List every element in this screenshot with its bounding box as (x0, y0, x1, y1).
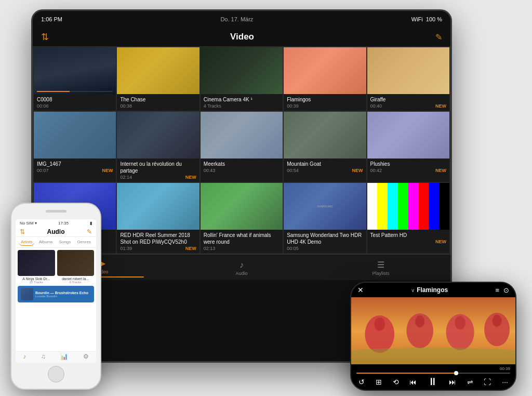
new-badge: NEW (435, 168, 446, 173)
iphonex-progress-track[interactable] (356, 373, 510, 374)
video-thumbnail-giraffe (367, 47, 449, 94)
iphonex-fullscreen-icon[interactable]: ⛶ (484, 378, 491, 386)
video-item-chase[interactable]: The Chase 00:38 (117, 47, 199, 111)
audio-tab-icon: ♪ (240, 260, 244, 270)
playlists-tab-icon: ☰ (377, 260, 384, 270)
iphone-albums-icon[interactable]: ♫ (41, 353, 46, 362)
video-item-internet[interactable]: Internet ou la révolution du partage 02:… (117, 112, 199, 182)
iphone-tab-artists[interactable]: Artists (19, 239, 34, 246)
playing-info: Bourdin — Brushstrokes Echo Lucette Bour… (35, 291, 91, 298)
statusbar-date: Do. 17. März (220, 16, 253, 22)
iphonex-loop-icon[interactable]: ⟲ (393, 378, 399, 386)
video-duration: 00:43 (204, 168, 216, 173)
video-info-img1467: IMG_1467 00:07 NEW (34, 159, 116, 175)
video-item-giraffe[interactable]: Giraffe 00:40 NEW (367, 47, 449, 111)
video-info-mtngoat: Mountain Goat 00:54 NEW (284, 159, 366, 175)
iphonex-topbar: ✕ ∨ Flamingos ≡ ⊙ (351, 283, 515, 297)
video-tracks: 4 Tracks (204, 103, 221, 109)
iphonex-prev-icon[interactable]: ⏮ (409, 378, 417, 386)
video-item-mtngoat[interactable]: Mountain Goat 00:54 NEW (284, 112, 366, 182)
iphone-time: 17:35 (58, 221, 69, 226)
iphonex-shuffle-icon[interactable]: ⇌ (467, 378, 473, 386)
video-info-meerkats: Meerkats 00:43 (201, 159, 283, 175)
iphonex-settings-icon[interactable]: ≡ (495, 286, 499, 294)
video-thumbnail-internet (117, 112, 199, 159)
video-item-meerkats[interactable]: Meerkats 00:43 (201, 112, 283, 182)
video-thumbnail-plushies (367, 112, 449, 159)
iphone-tab-songs[interactable]: Songs (57, 239, 73, 246)
artist-thumb-2 (57, 250, 95, 276)
video-info-redhdr: RED HDR Reel Summer 2018 Shot on RED PiW… (117, 230, 199, 253)
video-title: Internet ou la révolution du partage (120, 161, 196, 174)
video-thumbnail-img1467 (34, 112, 116, 159)
iphone-audio-tabs: Artists Albums Songs Genres (16, 237, 96, 248)
iphone-nav-title: Audio (47, 228, 65, 235)
iphonex-rewind-icon[interactable]: ↺ (358, 378, 365, 386)
video-item-rollin[interactable]: Rollin' France what if animals were roun… (201, 183, 283, 253)
video-item-plushies[interactable]: Plushies 00:42 NEW (367, 112, 449, 182)
wifi-icon: WiFi (411, 16, 423, 22)
iphonex-more-icon[interactable]: ··· (502, 378, 508, 386)
iphonex-airplay-icon[interactable]: ⊙ (503, 286, 509, 294)
iphonex-chevron-icon: ∨ (411, 287, 415, 293)
video-title: Samsung Wonderland Two HDR UHD 4K Demo (287, 232, 363, 245)
tab-playlists[interactable]: ☰ Playlists (311, 260, 450, 276)
iphone-carrier: No SIM ▾ (20, 221, 37, 226)
now-playing[interactable]: Bourdin — Brushstrokes Echo Lucette Bour… (18, 286, 94, 302)
svg-point-2 (374, 318, 385, 331)
iphonex-screen: ✕ ∨ Flamingos ≡ ⊙ (351, 283, 515, 390)
video-duration: 00:39 (287, 103, 299, 109)
iphonex-duration: 00:39 (356, 366, 510, 371)
playing-artist: Lucette Bourdin (35, 295, 91, 298)
iphone-tab-genres[interactable]: Genres (75, 239, 93, 246)
video-duration: 00:07 (37, 168, 49, 173)
flamingo-scene (351, 297, 515, 364)
video-item-img1467[interactable]: IMG_1467 00:07 NEW (34, 112, 116, 182)
iphone-home-button[interactable] (48, 366, 64, 382)
iphonex-bottombar: 00:39 ↺ ⊞ ⟲ ⏮ ⏸ ⏭ ⇌ ⛶ ··· (351, 364, 515, 390)
iphone-tab-albums[interactable]: Albums (37, 239, 55, 246)
edit-icon[interactable]: ✎ (435, 32, 442, 42)
video-title: Giraffe (370, 96, 446, 103)
svg-point-8 (493, 315, 502, 327)
iphone-audio-content: A Ninja Slob Dr... 22 Tracks daniel robe… (16, 248, 96, 305)
video-duration: 02:14 (120, 175, 132, 180)
video-info-flamingos: Flamingos 00:39 (284, 94, 366, 111)
sort-up-icon[interactable]: ⇅ (20, 228, 25, 235)
video-item-cinema[interactable]: Cinema Camera 4K ¹ 4 Tracks (201, 47, 283, 111)
video-title: Flamingos (287, 96, 363, 103)
iphone-artists-icon[interactable]: ♪ (23, 353, 26, 362)
video-info-cinema: Cinema Camera 4K ¹ 4 Tracks (201, 94, 283, 111)
artist-card-1[interactable]: A Ninja Slob Dr... 22 Tracks (18, 250, 55, 284)
video-thumbnail-flamingos (284, 47, 366, 94)
iphone-songs-icon[interactable]: 📊 (60, 353, 68, 362)
video-duration: 00:54 (287, 168, 299, 173)
iphonex-next-icon[interactable]: ⏭ (449, 378, 456, 386)
video-info-chase: The Chase 00:38 (117, 94, 199, 111)
iphonex-play-button[interactable]: ⏸ (428, 376, 438, 388)
iphone-tab-bar: ♪ ♫ 📊 ⚙ (16, 351, 96, 363)
video-item-testpat[interactable]: Test Pattern HD NEW (367, 183, 449, 253)
tab-audio[interactable]: ♪ Audio (172, 260, 311, 276)
video-info-samsung: Samsung Wonderland Two HDR UHD 4K Demo 0… (284, 230, 366, 253)
iphone-nav: ⇅ Audio ✎ (16, 227, 96, 237)
iphonex-crop-icon[interactable]: ⊞ (376, 378, 382, 386)
iphone-status-bar: No SIM ▾ 17:35 ▮ (16, 219, 96, 227)
iphonex-progress-dot (454, 371, 458, 375)
video-thumbnail-c0008 (34, 47, 116, 94)
tablet-titlebar: ⇅ Video ✎ (33, 28, 450, 46)
video-title: Meerkats (204, 161, 280, 167)
sort-icon[interactable]: ⇅ (41, 31, 49, 43)
video-item-redhdr[interactable]: RED HDR Reel Summer 2018 Shot on RED PiW… (117, 183, 199, 253)
iphonex-close-button[interactable]: ✕ (357, 286, 364, 294)
video-item-c0008[interactable]: C0008 00:06 (34, 47, 116, 111)
video-item-samsung[interactable]: SAMSUNG Samsung Wonderland Two HDR UHD 4… (284, 183, 366, 253)
video-item-flamingos[interactable]: Flamingos 00:39 (284, 47, 366, 111)
video-duration: 02:13 (204, 246, 216, 251)
iphone-settings-icon[interactable]: ⚙ (83, 353, 89, 362)
artist-card-2[interactable]: daniel robert la... 6 Tracks (57, 250, 95, 284)
video-thumbnail-chase (117, 47, 199, 94)
battery-text: 100 % (426, 16, 442, 22)
video-thumbnail-samsung: SAMSUNG (284, 183, 366, 230)
iphone-edit-icon[interactable]: ✎ (87, 228, 92, 235)
